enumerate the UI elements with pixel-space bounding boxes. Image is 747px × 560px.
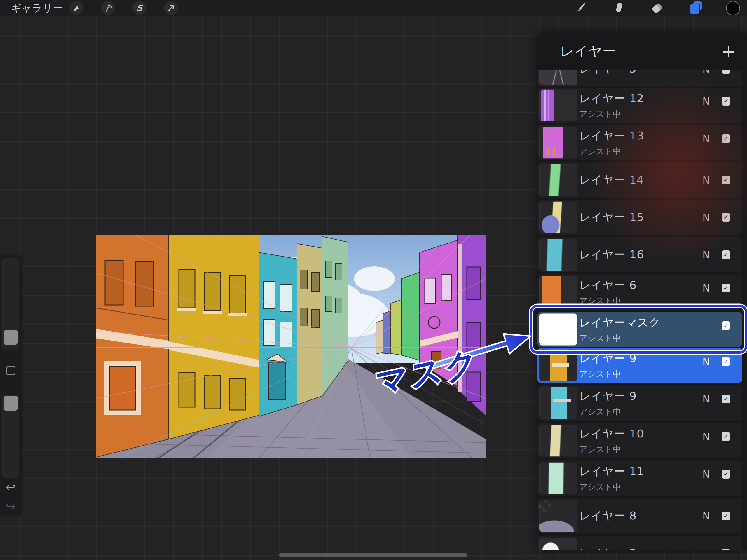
- layers-panel-button[interactable]: [689, 1, 703, 15]
- layer-row[interactable]: レイヤーマスクアシスト中✓: [538, 312, 742, 347]
- layer-visibility-checkbox[interactable]: ✓: [722, 250, 730, 259]
- layer-name: レイヤー 6: [579, 278, 637, 293]
- layer-visibility-checkbox[interactable]: ✓: [722, 134, 730, 143]
- layer-row[interactable]: レイヤー 14N✓: [538, 162, 742, 198]
- layer-row[interactable]: レイヤー 3N✓: [538, 536, 742, 550]
- layer-thumbnail[interactable]: [539, 425, 577, 456]
- blend-mode-badge[interactable]: N: [700, 133, 713, 145]
- color-tool-button[interactable]: [726, 1, 740, 15]
- layer-visibility-checkbox[interactable]: ✓: [722, 70, 730, 74]
- layer-row[interactable]: レイヤー 13アシスト中N✓: [538, 125, 742, 160]
- layer-row[interactable]: レイヤー 11アシスト中N✓: [538, 460, 742, 496]
- brush-size-handle[interactable]: [3, 330, 18, 345]
- layer-thumbnail[interactable]: [539, 387, 577, 419]
- blend-mode-badge[interactable]: N: [700, 431, 713, 442]
- layer-row[interactable]: レイヤー 12アシスト中N✓: [538, 87, 742, 123]
- layer-name: レイヤー 16: [579, 247, 644, 262]
- layer-thumbnail[interactable]: [539, 89, 577, 121]
- layer-visibility-checkbox[interactable]: ✓: [722, 176, 730, 184]
- gallery-button[interactable]: ギャラリー: [11, 0, 63, 16]
- selection-button[interactable]: S: [132, 1, 147, 15]
- layer-row[interactable]: レイヤー 5N✓: [538, 70, 742, 87]
- blend-mode-badge[interactable]: N: [700, 174, 713, 186]
- layer-visibility-checkbox[interactable]: ✓: [722, 357, 730, 366]
- brush-size-slider[interactable]: [2, 258, 19, 351]
- layer-row[interactable]: レイヤー 9アシスト中N✓: [538, 385, 742, 421]
- layer-assist-label: アシスト中: [579, 482, 644, 492]
- layer-visibility-checkbox[interactable]: ✓: [722, 284, 730, 292]
- layers-panel-title: レイヤー: [560, 33, 616, 70]
- layer-assist-label: アシスト中: [579, 444, 644, 455]
- blend-mode-badge[interactable]: N: [700, 211, 713, 223]
- home-indicator[interactable]: [279, 553, 467, 557]
- blend-mode-badge[interactable]: N: [700, 70, 713, 75]
- layer-visibility-checkbox[interactable]: ✓: [722, 321, 730, 330]
- layer-assist-label: アシスト中: [579, 368, 637, 380]
- layer-visibility-checkbox[interactable]: ✓: [722, 470, 730, 479]
- blend-mode-badge[interactable]: N: [700, 282, 713, 294]
- layer-meta: レイヤー 6アシスト中: [579, 274, 637, 310]
- brush-icon: [575, 2, 587, 15]
- blend-mode-badge[interactable]: N: [700, 510, 713, 522]
- blend-mode-badge[interactable]: N: [700, 249, 713, 261]
- layer-meta: レイヤー 16: [579, 237, 644, 272]
- blend-mode-badge[interactable]: N: [700, 548, 713, 550]
- eraser-tool-button[interactable]: [650, 1, 664, 15]
- check-icon: ✓: [723, 513, 729, 519]
- check-icon: ✓: [723, 70, 729, 72]
- layer-thumbnail[interactable]: [539, 314, 577, 346]
- transform-arrow-icon: [166, 3, 175, 12]
- canvas-artwork[interactable]: [96, 235, 486, 458]
- layer-meta: レイヤー 15: [579, 200, 644, 235]
- layers-icon: [689, 1, 702, 15]
- layer-thumbnail[interactable]: [539, 127, 577, 158]
- layer-meta: レイヤー 8: [579, 498, 637, 533]
- redo-button[interactable]: ↪: [0, 500, 21, 513]
- layer-visibility-checkbox[interactable]: ✓: [722, 432, 730, 441]
- check-icon: ✓: [723, 252, 729, 258]
- actions-button[interactable]: [70, 1, 83, 15]
- layer-row[interactable]: レイヤー 6アシスト中N✓: [538, 274, 742, 310]
- brush-tool-button[interactable]: [574, 1, 588, 15]
- layer-meta: レイヤー 14: [579, 162, 644, 198]
- blend-mode-badge[interactable]: N: [700, 468, 713, 480]
- layer-thumbnail[interactable]: [539, 164, 577, 196]
- layer-visibility-checkbox[interactable]: ✓: [722, 213, 730, 222]
- layer-visibility-checkbox[interactable]: ✓: [722, 97, 730, 106]
- blend-mode-badge[interactable]: N: [700, 356, 713, 367]
- layer-name: レイヤー 9: [579, 351, 637, 366]
- layer-visibility-checkbox[interactable]: ✓: [722, 512, 730, 520]
- layer-thumbnail[interactable]: [539, 350, 577, 381]
- adjustments-button[interactable]: [101, 1, 115, 15]
- add-layer-button[interactable]: +: [716, 33, 742, 70]
- layer-meta: レイヤー 3: [579, 536, 637, 550]
- layer-row[interactable]: レイヤー 15N✓: [538, 200, 742, 235]
- layer-row[interactable]: レイヤー 10アシスト中N✓: [538, 423, 742, 458]
- brush-opacity-slider[interactable]: [2, 394, 19, 478]
- smudge-tool-button[interactable]: [612, 1, 626, 15]
- layer-row[interactable]: レイヤー 8N✓: [538, 498, 742, 533]
- blend-mode-badge[interactable]: N: [700, 96, 713, 107]
- brush-opacity-handle[interactable]: [3, 396, 18, 411]
- layer-thumbnail[interactable]: [539, 70, 577, 85]
- layer-thumbnail[interactable]: [539, 500, 577, 532]
- layer-visibility-checkbox[interactable]: ✓: [722, 549, 730, 550]
- layer-thumbnail[interactable]: [539, 201, 577, 233]
- transform-button[interactable]: [164, 1, 178, 15]
- layer-meta: レイヤー 9アシスト中: [579, 385, 637, 421]
- layer-row[interactable]: レイヤー 9アシスト中N✓: [538, 348, 742, 383]
- layer-thumbnail[interactable]: [539, 276, 577, 308]
- layer-visibility-checkbox[interactable]: ✓: [722, 394, 730, 403]
- undo-button[interactable]: ↩: [0, 481, 21, 493]
- redo-icon: ↪: [6, 501, 16, 512]
- layer-thumbnail[interactable]: [539, 537, 577, 550]
- layer-name: レイヤー 3: [579, 546, 637, 550]
- modify-button[interactable]: [6, 366, 16, 375]
- layer-thumbnail[interactable]: [539, 462, 577, 494]
- layer-assist-label: アシスト中: [579, 333, 660, 344]
- layer-thumbnail[interactable]: [539, 239, 577, 271]
- top-toolbar: ギャラリー S: [0, 0, 747, 16]
- blend-mode-badge[interactable]: N: [700, 393, 713, 405]
- layer-row[interactable]: レイヤー 16N✓: [538, 237, 742, 272]
- procreate-app: { "toolbar": { "gallery_label": "ギャラリー",…: [0, 0, 747, 560]
